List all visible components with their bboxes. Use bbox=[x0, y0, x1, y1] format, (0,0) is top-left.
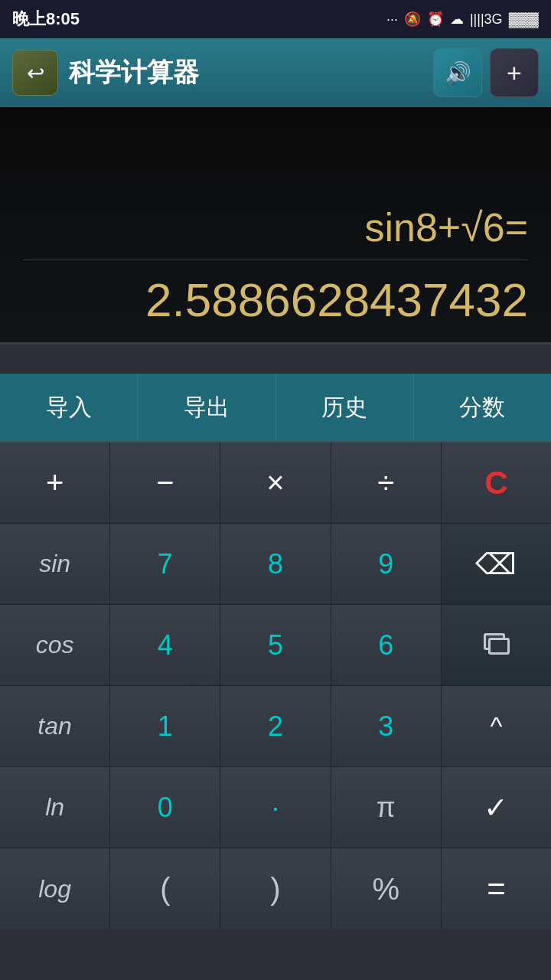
plus-icon: + bbox=[507, 58, 522, 88]
zero-button[interactable]: 0 bbox=[110, 767, 220, 848]
display-expression: sin8+√6= bbox=[23, 204, 528, 260]
signal-icon: ··· bbox=[386, 11, 398, 28]
import-button[interactable]: 导入 bbox=[0, 374, 138, 441]
copy-icon bbox=[481, 630, 511, 661]
five-button[interactable]: 5 bbox=[220, 605, 331, 685]
confirm-button[interactable]: ✓ bbox=[442, 767, 551, 848]
cos-button[interactable]: cos bbox=[0, 605, 110, 685]
plus-button[interactable]: + bbox=[0, 443, 110, 523]
copy-button[interactable] bbox=[442, 605, 551, 685]
calc-row-5: ln 0 · π ✓ bbox=[0, 767, 551, 848]
app-header: ↩ 科学计算器 🔊 + bbox=[0, 38, 551, 107]
history-button[interactable]: 历史 bbox=[276, 374, 414, 441]
export-button[interactable]: 导出 bbox=[138, 374, 276, 441]
status-bar: 晚上8:05 ··· 🔕 ⏰ ☁ ||||3G ▓▓▓ bbox=[0, 0, 551, 38]
status-icons: ··· 🔕 ⏰ ☁ ||||3G ▓▓▓ bbox=[386, 11, 539, 28]
network-icon: ||||3G bbox=[470, 11, 503, 28]
equals-button[interactable]: = bbox=[442, 848, 551, 929]
calc-row-6: log ( ) % = bbox=[0, 848, 551, 929]
three-button[interactable]: 3 bbox=[331, 686, 442, 766]
divide-button[interactable]: ÷ bbox=[331, 443, 442, 523]
sound-button[interactable]: 🔊 bbox=[433, 48, 482, 97]
status-time: 晚上8:05 bbox=[12, 8, 80, 31]
seven-button[interactable]: 7 bbox=[110, 524, 220, 604]
tan-button[interactable]: tan bbox=[0, 686, 110, 766]
function-row: 导入 导出 历史 分数 bbox=[0, 374, 551, 443]
calc-row-2: sin 7 8 9 ⌫ bbox=[0, 524, 551, 605]
eight-button[interactable]: 8 bbox=[220, 524, 331, 604]
header-right: 🔊 + bbox=[433, 48, 539, 97]
fraction-button[interactable]: 分数 bbox=[414, 374, 551, 441]
minus-button[interactable]: − bbox=[110, 443, 220, 523]
four-button[interactable]: 4 bbox=[110, 605, 220, 685]
calc-row-3: cos 4 5 6 bbox=[0, 605, 551, 686]
ln-button[interactable]: ln bbox=[0, 767, 110, 848]
calc-row-operators: + − × ÷ C bbox=[0, 443, 551, 524]
nine-button[interactable]: 9 bbox=[331, 524, 442, 604]
two-button[interactable]: 2 bbox=[220, 686, 331, 766]
sound-icon: 🔊 bbox=[445, 60, 471, 86]
open-paren-button[interactable]: ( bbox=[110, 848, 220, 929]
header-left: ↩ 科学计算器 bbox=[12, 50, 199, 96]
power-button[interactable]: ^ bbox=[442, 686, 551, 766]
dot-button[interactable]: · bbox=[220, 767, 331, 848]
one-button[interactable]: 1 bbox=[110, 686, 220, 766]
sin-button[interactable]: sin bbox=[0, 524, 110, 604]
mute-icon: 🔕 bbox=[404, 11, 421, 28]
backspace-icon: ⌫ bbox=[475, 547, 517, 581]
add-button[interactable]: + bbox=[490, 48, 539, 97]
close-paren-button[interactable]: ) bbox=[220, 848, 331, 929]
wifi-icon: ☁ bbox=[450, 11, 464, 28]
pi-button[interactable]: π bbox=[331, 767, 442, 848]
percent-button[interactable]: % bbox=[331, 848, 442, 929]
multiply-button[interactable]: × bbox=[220, 443, 331, 523]
calc-row-4: tan 1 2 3 ^ bbox=[0, 686, 551, 767]
back-button[interactable]: ↩ bbox=[12, 50, 58, 96]
display-area: sin8+√6= 2.5886628437432 bbox=[0, 107, 551, 345]
app-title: 科学计算器 bbox=[69, 55, 199, 90]
log-button[interactable]: log bbox=[0, 848, 110, 929]
backspace-button[interactable]: ⌫ bbox=[442, 524, 551, 604]
back-arrow-icon: ↩ bbox=[27, 60, 44, 86]
display-result: 2.5886628437432 bbox=[23, 273, 528, 327]
alarm-icon: ⏰ bbox=[427, 11, 444, 28]
battery-icon: ▓▓▓ bbox=[509, 11, 539, 28]
clear-button[interactable]: C bbox=[442, 443, 551, 523]
display-gap bbox=[0, 345, 551, 374]
six-button[interactable]: 6 bbox=[331, 605, 442, 685]
keyboard-area: 导入 导出 历史 分数 + − × ÷ C sin 7 8 9 ⌫ cos 4 … bbox=[0, 374, 551, 929]
